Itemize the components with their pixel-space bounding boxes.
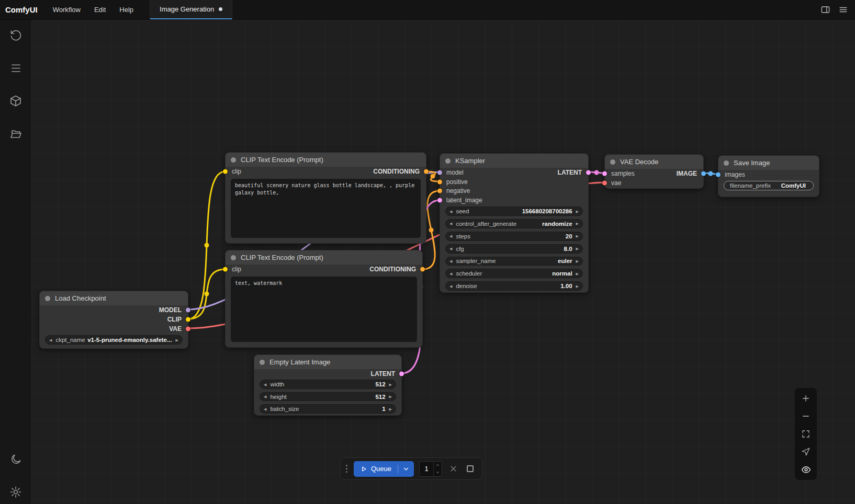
zoom-out-button[interactable] bbox=[797, 408, 814, 424]
decrement-arrow-icon[interactable] bbox=[264, 383, 266, 386]
node-header[interactable]: CLIP Text Encode (Prompt) bbox=[226, 250, 422, 265]
increment-arrow-icon[interactable] bbox=[576, 210, 579, 213]
node-load-checkpoint[interactable]: Load Checkpoint MODEL CLIP VAE ckpt_name… bbox=[39, 291, 188, 349]
workflows-folder-button[interactable] bbox=[9, 127, 22, 141]
input-port-latent-image[interactable] bbox=[437, 198, 442, 203]
decrement-arrow-icon[interactable] bbox=[264, 407, 266, 411]
widget-seed[interactable]: seed 156680208700286 bbox=[445, 207, 583, 216]
link-midpoint-dot[interactable] bbox=[594, 170, 599, 175]
decrement-arrow-icon[interactable] bbox=[449, 259, 452, 263]
main-menu-button[interactable] bbox=[835, 2, 851, 18]
decrement-arrow-icon[interactable] bbox=[449, 247, 452, 250]
collapse-dot[interactable] bbox=[231, 157, 236, 163]
prompt-textarea[interactable]: text, watermark bbox=[231, 277, 417, 342]
output-port-image[interactable] bbox=[701, 171, 706, 176]
widget-ckpt-name[interactable]: ckpt_name v1-5-pruned-emaonly.safete... bbox=[45, 335, 183, 345]
collapse-dot[interactable] bbox=[260, 360, 265, 365]
tab-image-generation[interactable]: Image Generation bbox=[150, 0, 232, 19]
increment-arrow-icon[interactable] bbox=[389, 383, 392, 386]
input-port-negative[interactable] bbox=[437, 189, 442, 193]
batch-decrement-button[interactable] bbox=[434, 469, 442, 476]
fit-view-button[interactable] bbox=[797, 426, 814, 442]
input-port-vae[interactable] bbox=[602, 181, 607, 186]
model-library-button[interactable] bbox=[9, 94, 22, 108]
link-midpoint-dot[interactable] bbox=[205, 292, 209, 296]
theme-toggle-button[interactable] bbox=[9, 452, 22, 466]
toggle-link-visibility-button[interactable] bbox=[797, 462, 814, 477]
link-midpoint-dot[interactable] bbox=[708, 171, 713, 176]
node-ksampler[interactable]: KSampler model LATENT positive negative … bbox=[440, 153, 589, 293]
workflow-history-button[interactable] bbox=[9, 28, 22, 42]
output-port-latent[interactable] bbox=[399, 371, 404, 376]
increment-arrow-icon[interactable] bbox=[576, 284, 579, 288]
widget-cfg[interactable]: cfg 8.0 bbox=[445, 244, 583, 254]
node-header[interactable]: Save Image bbox=[718, 156, 819, 170]
collapse-dot[interactable] bbox=[231, 255, 236, 260]
output-port-conditioning[interactable] bbox=[424, 169, 429, 174]
collapse-dot[interactable] bbox=[724, 161, 729, 166]
drag-handle-icon[interactable] bbox=[345, 465, 348, 473]
input-port-samples[interactable] bbox=[602, 171, 607, 176]
widget-filename-prefix[interactable]: filename_prefix ComfyUI bbox=[724, 181, 814, 190]
decrement-arrow-icon[interactable] bbox=[449, 272, 452, 276]
increment-arrow-icon[interactable] bbox=[576, 247, 579, 250]
increment-arrow-icon[interactable] bbox=[389, 395, 392, 398]
decrement-arrow-icon[interactable] bbox=[449, 210, 452, 213]
node-empty-latent-image[interactable]: Empty Latent Image LATENT width 512 heig… bbox=[254, 354, 402, 416]
widget-denoise[interactable]: denoise 1.00 bbox=[445, 281, 583, 291]
input-port-clip[interactable] bbox=[223, 169, 228, 174]
node-clip-text-encode-negative[interactable]: CLIP Text Encode (Prompt) clip CONDITION… bbox=[225, 250, 423, 348]
node-save-image[interactable]: Save Image images filename_prefix ComfyU… bbox=[718, 155, 819, 197]
node-header[interactable]: KSampler bbox=[440, 154, 588, 168]
increment-arrow-icon[interactable] bbox=[576, 272, 579, 276]
widget-height[interactable]: height 512 bbox=[260, 392, 396, 402]
cancel-run-button[interactable] bbox=[447, 463, 459, 475]
stop-queue-button[interactable] bbox=[464, 463, 476, 475]
queue-options-caret[interactable] bbox=[398, 465, 414, 473]
decrement-arrow-icon[interactable] bbox=[49, 338, 52, 342]
link-midpoint-dot[interactable] bbox=[205, 243, 209, 248]
node-header[interactable]: CLIP Text Encode (Prompt) bbox=[226, 153, 426, 167]
batch-increment-button[interactable] bbox=[434, 462, 442, 469]
widget-sampler-name[interactable]: sampler_name euler bbox=[445, 257, 583, 266]
input-port-positive[interactable] bbox=[437, 179, 442, 184]
decrement-arrow-icon[interactable] bbox=[449, 222, 452, 225]
increment-arrow-icon[interactable] bbox=[389, 407, 392, 411]
node-header[interactable]: Load Checkpoint bbox=[40, 291, 188, 305]
prompt-textarea[interactable]: beautiful scenery nature glass bottle la… bbox=[231, 179, 421, 238]
queue-button-main[interactable]: Queue bbox=[354, 465, 398, 473]
increment-arrow-icon[interactable] bbox=[176, 338, 178, 342]
link-midpoint-dot[interactable] bbox=[431, 174, 435, 179]
menu-help[interactable]: Help bbox=[113, 6, 140, 14]
widget-width[interactable]: width 512 bbox=[260, 380, 396, 389]
input-port-images[interactable] bbox=[716, 173, 721, 177]
increment-arrow-icon[interactable] bbox=[576, 234, 579, 238]
output-port-vae[interactable] bbox=[186, 327, 190, 331]
node-header[interactable]: VAE Decode bbox=[605, 155, 703, 169]
widget-steps[interactable]: steps 20 bbox=[445, 232, 583, 241]
link-midpoint-dot[interactable] bbox=[429, 228, 434, 233]
widget-batch-size[interactable]: batch_size 1 bbox=[260, 404, 396, 414]
menu-workflow[interactable]: Workflow bbox=[46, 6, 87, 14]
output-port-conditioning[interactable] bbox=[420, 267, 425, 272]
panel-toggle-button[interactable] bbox=[817, 2, 833, 18]
output-port-latent[interactable] bbox=[586, 170, 591, 175]
node-clip-text-encode-positive[interactable]: CLIP Text Encode (Prompt) clip CONDITION… bbox=[225, 152, 426, 244]
queue-button[interactable]: Queue bbox=[354, 461, 414, 477]
decrement-arrow-icon[interactable] bbox=[449, 234, 452, 238]
node-vae-decode[interactable]: VAE Decode samples IMAGE vae bbox=[604, 154, 704, 189]
input-port-clip[interactable] bbox=[223, 267, 228, 272]
collapse-dot[interactable] bbox=[45, 296, 50, 301]
node-library-button[interactable] bbox=[9, 61, 22, 75]
settings-button[interactable] bbox=[9, 485, 22, 499]
increment-arrow-icon[interactable] bbox=[576, 259, 579, 263]
output-port-clip[interactable] bbox=[186, 317, 190, 322]
decrement-arrow-icon[interactable] bbox=[449, 284, 452, 288]
decrement-arrow-icon[interactable] bbox=[264, 395, 266, 398]
select-mode-button[interactable] bbox=[797, 444, 814, 460]
input-port-model[interactable] bbox=[437, 170, 442, 175]
increment-arrow-icon[interactable] bbox=[576, 222, 579, 225]
menu-edit[interactable]: Edit bbox=[87, 6, 113, 14]
batch-count-input[interactable]: 1 bbox=[419, 461, 442, 477]
widget-scheduler[interactable]: scheduler normal bbox=[445, 269, 583, 278]
